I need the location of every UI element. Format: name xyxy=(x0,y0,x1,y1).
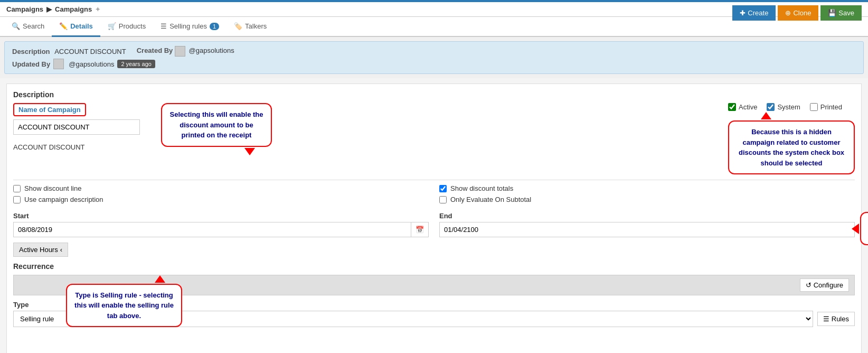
start-date-input[interactable] xyxy=(14,222,411,237)
updated-by-label: Updated By xyxy=(12,60,50,68)
edit-icon: ✏️ xyxy=(59,22,68,30)
system-checkbox-group: System xyxy=(767,103,800,111)
rules-label: Rules xyxy=(832,315,849,323)
configure-label: Configure xyxy=(814,281,843,289)
active-hours-section: Active Hours ‹ xyxy=(13,243,855,257)
active-checkbox[interactable] xyxy=(728,103,736,111)
created-by-avatar xyxy=(175,46,185,57)
campaign-name-value: ACCOUNT DISCOUNT xyxy=(13,140,150,154)
campaign-name-input[interactable] xyxy=(13,119,140,135)
updated-by-user: @gapsolutions xyxy=(69,60,114,68)
description-value: ACCOUNT DISCOUNT xyxy=(54,48,126,55)
show-discount-line-group: Show discount line xyxy=(13,184,429,192)
form-area: Description Name of Campaign ACCOUNT DIS… xyxy=(6,83,862,353)
breadcrumb-pin: ✦ xyxy=(95,6,100,13)
only-evaluate-subtotal-checkbox[interactable] xyxy=(439,196,447,203)
breadcrumb-current: Campaigns xyxy=(55,5,92,13)
created-by-user: @gapsolutions xyxy=(189,47,234,54)
search-icon: 🔍 xyxy=(12,22,20,30)
name-field-annotation: Name of Campaign xyxy=(13,103,86,119)
active-hours-icon: ‹ xyxy=(60,246,62,254)
configure-icon: ↺ xyxy=(806,281,812,289)
active-checkbox-group: Active xyxy=(728,103,757,111)
breadcrumb-separator: ▶ xyxy=(46,5,52,13)
printed-checkbox-group: Printed xyxy=(810,103,842,111)
active-label: Active xyxy=(739,103,757,111)
active-hours-label: Active Hours xyxy=(19,246,58,254)
recurrence-title: Recurrence xyxy=(13,262,855,271)
start-label: Start xyxy=(13,212,429,220)
tab-selling-rules[interactable]: ☰ Selling rules 1 xyxy=(153,17,227,37)
use-campaign-description-checkbox[interactable] xyxy=(13,196,21,203)
tab-search[interactable]: 🔍 Search xyxy=(4,17,52,37)
cart-icon: 🛒 xyxy=(108,22,116,30)
created-by-label: Created By xyxy=(137,47,173,54)
description-label: Description xyxy=(12,48,50,55)
name-field-label: Name of Campaign xyxy=(13,103,86,116)
clone-icon: ⊕ xyxy=(785,9,791,17)
clone-button[interactable]: ⊕ Clone xyxy=(778,5,818,21)
time-ago-badge: 2 years ago xyxy=(117,60,155,68)
end-date-input[interactable] xyxy=(440,222,854,237)
end-date-input-wrap xyxy=(439,222,855,237)
configure-button[interactable]: ↺ Configure xyxy=(800,278,849,292)
printed-label: Printed xyxy=(820,103,842,111)
start-date-input-wrap: 📅 xyxy=(13,222,429,237)
use-campaign-description-label: Use campaign description xyxy=(24,196,103,203)
breadcrumb-parent[interactable]: Campaigns xyxy=(6,5,43,13)
only-evaluate-subtotal-label: Only Evaluate On Subtotal xyxy=(450,196,531,203)
start-calendar-icon[interactable]: 📅 xyxy=(411,222,428,237)
list-icon: ☰ xyxy=(161,22,167,30)
tag-icon: 🏷️ xyxy=(234,22,242,30)
start-date-group: Start 📅 xyxy=(13,212,429,237)
tab-details[interactable]: ✏️ Details xyxy=(52,17,100,37)
only-evaluate-subtotal-group: Only Evaluate On Subtotal xyxy=(439,196,855,203)
show-discount-line-checkbox[interactable] xyxy=(13,185,21,192)
create-button[interactable]: ✚ Create xyxy=(732,5,776,21)
create-icon: ✚ xyxy=(740,9,746,17)
date-row: Start 📅 End System campaigns generally r… xyxy=(13,212,855,237)
rules-button[interactable]: ☰ Rules xyxy=(817,312,855,326)
use-campaign-description-group: Use campaign description xyxy=(13,196,429,203)
active-hours-button[interactable]: Active Hours ‹ xyxy=(13,243,68,257)
main-content: Description Name of Campaign ACCOUNT DIS… xyxy=(0,78,868,353)
selling-rules-badge: 1 xyxy=(210,23,219,30)
system-label: System xyxy=(777,103,800,111)
tab-products[interactable]: 🛒 Products xyxy=(100,17,153,37)
system-checkbox[interactable] xyxy=(767,103,775,111)
system-annotation-text: Because this is a hidden campaign relate… xyxy=(739,128,844,167)
updated-by-avatar xyxy=(53,59,64,69)
save-button[interactable]: 💾 Save xyxy=(820,5,862,21)
section-title: Description xyxy=(13,90,855,99)
show-discount-totals-label: Show discount totals xyxy=(450,184,513,192)
type-section: Type Selling rule Discount Promotion ☰ R… xyxy=(13,301,855,327)
save-icon: 💾 xyxy=(828,9,836,17)
printed-annotation-text: Selecting this will enable the discount … xyxy=(170,110,263,139)
show-discount-line-label: Show discount line xyxy=(24,184,81,192)
end-label: End xyxy=(439,212,855,220)
action-buttons: ✚ Create ⊕ Clone 💾 Save xyxy=(732,5,862,21)
type-annotation-text: Type is Selling rule - selecting this wi… xyxy=(74,291,174,320)
show-discount-totals-checkbox[interactable] xyxy=(439,185,447,192)
printed-checkbox[interactable] xyxy=(810,103,818,111)
rules-icon: ☰ xyxy=(823,315,829,323)
tab-talkers[interactable]: 🏷️ Talkers xyxy=(227,17,274,37)
show-discount-totals-group: Show discount totals xyxy=(439,184,855,192)
info-banner: Description ACCOUNT DISCOUNT Created By … xyxy=(4,41,864,74)
end-date-group: End System campaigns generally run for a… xyxy=(439,212,855,237)
